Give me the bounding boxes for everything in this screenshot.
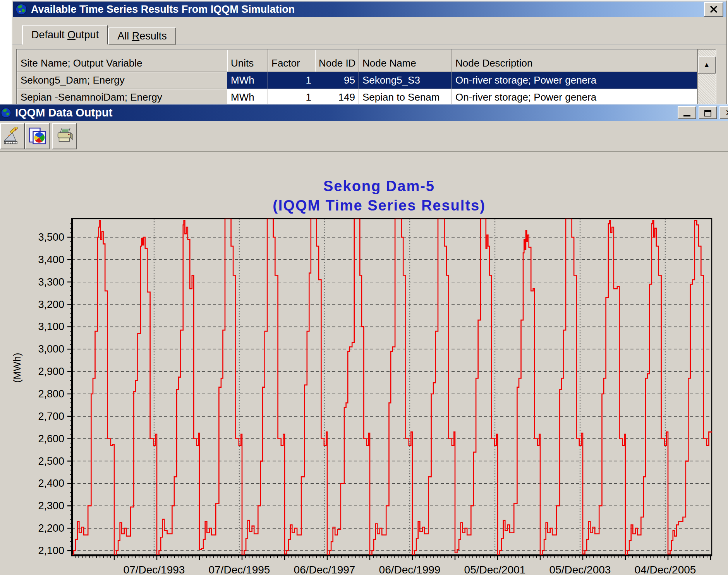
table-cell[interactable]: 95 [315,72,359,89]
close-button[interactable] [704,2,723,17]
results-titlebar: Available Time Series Results From IQQM … [13,2,726,17]
minimize-icon [683,115,690,116]
y-tick-label: 2,300 [38,500,64,512]
table-cell[interactable]: On-river storage; Power genera [452,72,697,89]
y-tick-label: 3,100 [38,321,64,332]
edit-scale-icon [3,127,22,145]
y-tick-label: 2,600 [38,433,64,445]
tab-default-output[interactable]: Default Output [22,25,108,45]
tab-all-results[interactable]: All Results [108,27,176,45]
table-header-row: Site Name; Output VariableUnitsFactorNod… [17,50,697,72]
tab-label: utput [76,29,99,41]
maximize-icon [704,110,711,116]
data-output-window: IQQM Data Output ✕ [0,104,728,575]
x-tick-label: 07/Dec/1993 [124,564,185,575]
y-tick-label: 2,400 [38,477,64,489]
column-header[interactable]: Node Name [359,50,452,72]
print-button[interactable] [52,123,77,149]
x-tick-label: 07/Dec/1995 [209,564,270,575]
window-controls: ✕ [678,106,728,119]
tab-label: esults [139,30,167,42]
window-title: Available Time Series Results From IQQM … [31,3,295,15]
globe-icon [15,3,27,15]
column-header[interactable]: Node ID [315,50,359,72]
y-tick-label: 3,400 [38,254,64,265]
y-tick-label: 3,500 [38,231,64,243]
output-titlebar: IQQM Data Output ✕ [0,104,728,121]
x-tick-label: 06/Dec/1999 [379,564,441,575]
y-tick-label: 2,100 [38,545,64,556]
table-row[interactable]: Sekong5_Dam; EnergyMWh195Sekong5_S3On-ri… [17,72,697,89]
y-tick-label: 2,500 [38,455,64,467]
column-header[interactable]: Node Description [452,50,697,72]
y-tick-label: 3,300 [38,276,64,288]
tab-label: Default [31,29,67,41]
y-axis-label: (MWh) [11,366,23,383]
column-header[interactable]: Factor [268,50,315,72]
y-tick-label: 2,200 [38,522,64,534]
y-tick-label: 3,200 [38,299,64,310]
table-cell[interactable]: 1 [268,72,315,89]
y-tick-label: 2,700 [38,411,64,422]
x-tick-label: 05/Dec/2003 [549,564,611,575]
column-header[interactable]: Units [227,50,268,72]
chart-button[interactable] [25,123,50,149]
print-icon [55,127,74,145]
y-tick-label: 3,000 [38,343,64,355]
chart-icon [28,127,46,145]
globe-icon [1,108,11,118]
close-icon [709,5,718,13]
edit-scale-button[interactable] [0,123,25,149]
close-icon: ✕ [725,108,728,118]
output-toolbar [0,121,728,152]
maximize-button[interactable] [699,106,717,119]
x-tick-label: 05/Dec/2001 [464,564,526,575]
y-tick-label: 2,900 [38,366,64,377]
scroll-up-icon: ▲ [704,61,710,69]
close-button[interactable]: ✕ [719,106,728,119]
scroll-up-button[interactable]: ▲ [698,56,716,74]
x-tick-label: 04/Dec/2005 [635,564,696,575]
timeseries-chart: 2,1002,2002,3002,4002,5002,6002,7002,800… [1,152,728,575]
screen: { "window1": { "title": "Available Time … [0,0,728,575]
table-cell[interactable]: Sekong5_Dam; Energy [17,72,227,89]
table-cell[interactable]: Sekong5_S3 [359,72,452,89]
series-line [72,219,712,555]
table-cell[interactable]: MWh [227,72,268,89]
window-title: IQQM Data Output [15,106,112,119]
tab-strip: Default Output All Results [12,23,726,45]
minimize-button[interactable] [678,106,696,119]
tab-label-accel: O [67,29,76,41]
chart-canvas: Sekong Dam-5 (IQQM Time Series Results) … [0,152,728,575]
column-header[interactable]: Site Name; Output Variable [17,50,227,72]
x-tick-label: 06/Dec/1997 [294,564,355,575]
tab-label: All [117,30,132,42]
y-tick-label: 2,800 [38,388,64,400]
tab-label-accel: R [132,30,140,42]
